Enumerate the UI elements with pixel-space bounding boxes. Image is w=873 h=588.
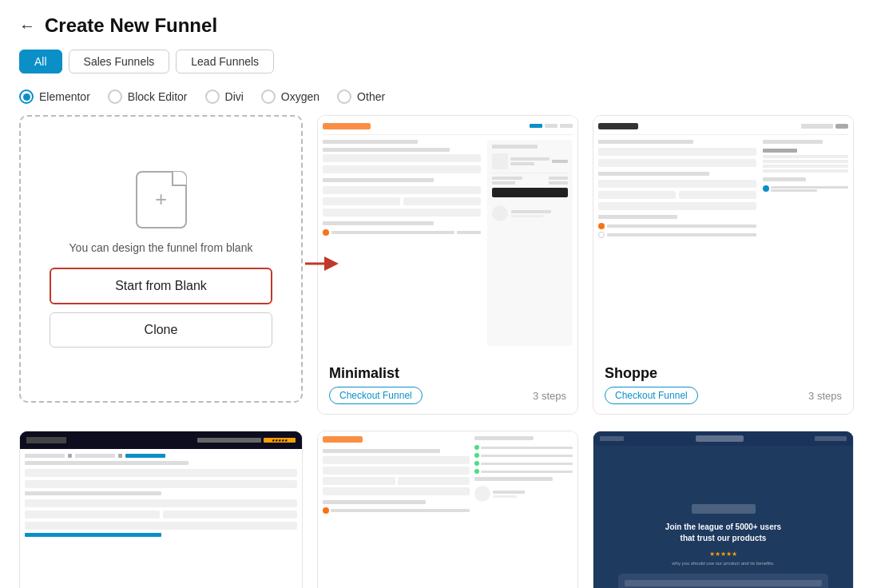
- radio-circle-oxygen: [261, 89, 276, 104]
- radio-circle-elementor: [19, 89, 34, 104]
- template-steps-minimalist: 3 steps: [533, 390, 566, 402]
- radio-circle-divi: [205, 89, 220, 104]
- blank-actions: Start from Blank Clone: [37, 268, 285, 348]
- radio-circle-block-editor: [108, 89, 122, 104]
- template-card-logopsum2[interactable]: Join the league of 5000+ usersthat trust…: [593, 431, 854, 588]
- template-tag-shoppe: Checkout Funnel: [605, 387, 698, 404]
- tab-all[interactable]: All: [19, 50, 62, 74]
- blank-description: You can design the funnel from blank: [69, 240, 253, 256]
- page-title: Create New Funnel: [45, 14, 217, 37]
- template-card-minimalist[interactable]: Minimalist Checkout Funnel 3 steps: [317, 115, 578, 415]
- radio-block-editor[interactable]: Block Editor: [108, 89, 188, 104]
- blank-card-wrapper: + You can design the funnel from blank S…: [19, 115, 303, 415]
- arrow-indicator: [301, 248, 341, 283]
- radio-label-divi: Divi: [225, 90, 244, 103]
- blank-icon: +: [136, 171, 187, 228]
- back-button[interactable]: ←: [19, 17, 35, 35]
- template-name-minimalist: Minimalist: [329, 365, 566, 382]
- radio-circle-other: [337, 89, 351, 104]
- template-meta-shoppe: Checkout Funnel 3 steps: [605, 387, 842, 404]
- template-preview-shoppe: [593, 116, 853, 356]
- tab-lead-funnels[interactable]: Lead Funnels: [176, 50, 274, 74]
- radio-divi[interactable]: Divi: [205, 89, 244, 104]
- radio-label-elementor: Elementor: [39, 90, 90, 103]
- editor-radio-group: Elementor Block Editor Divi Oxygen Other: [0, 83, 873, 115]
- bottom-grid: ★★★★★: [0, 431, 873, 588]
- tab-sales-funnels[interactable]: Sales Funnels: [69, 50, 170, 74]
- template-name-shoppe: Shoppe: [605, 365, 842, 382]
- radio-elementor[interactable]: Elementor: [19, 89, 90, 104]
- template-card-mystore[interactable]: ★★★★★: [19, 431, 303, 588]
- radio-label-oxygen: Oxygen: [281, 90, 319, 103]
- template-info-minimalist: Minimalist Checkout Funnel 3 steps: [318, 356, 577, 414]
- template-preview-logopsum: [318, 431, 577, 588]
- template-card-logopsum[interactable]: Logopsum Checkout Funnel 3 steps: [317, 431, 578, 588]
- radio-label-block-editor: Block Editor: [128, 90, 188, 103]
- radio-label-other: Other: [357, 90, 385, 103]
- template-tag-minimalist: Checkout Funnel: [329, 387, 423, 404]
- top-grid: + You can design the funnel from blank S…: [0, 115, 873, 431]
- radio-other[interactable]: Other: [337, 89, 385, 104]
- clone-button[interactable]: Clone: [50, 312, 273, 348]
- template-info-shoppe: Shoppe Checkout Funnel 3 steps: [593, 356, 853, 414]
- template-preview-mystore: ★★★★★: [20, 431, 302, 588]
- template-steps-shoppe: 3 steps: [808, 390, 842, 402]
- template-meta-minimalist: Checkout Funnel 3 steps: [329, 387, 566, 404]
- page-header: ← Create New Funnel: [0, 0, 873, 45]
- radio-oxygen[interactable]: Oxygen: [261, 89, 319, 104]
- blank-card: + You can design the funnel from blank S…: [19, 115, 303, 403]
- filter-tabs: All Sales Funnels Lead Funnels: [0, 45, 873, 83]
- start-from-blank-button[interactable]: Start from Blank: [50, 268, 273, 304]
- template-preview-minimalist: [318, 116, 577, 356]
- template-card-shoppe[interactable]: Shoppe Checkout Funnel 3 steps: [593, 115, 854, 415]
- template-preview-logopsum2: Join the league of 5000+ usersthat trust…: [593, 431, 853, 588]
